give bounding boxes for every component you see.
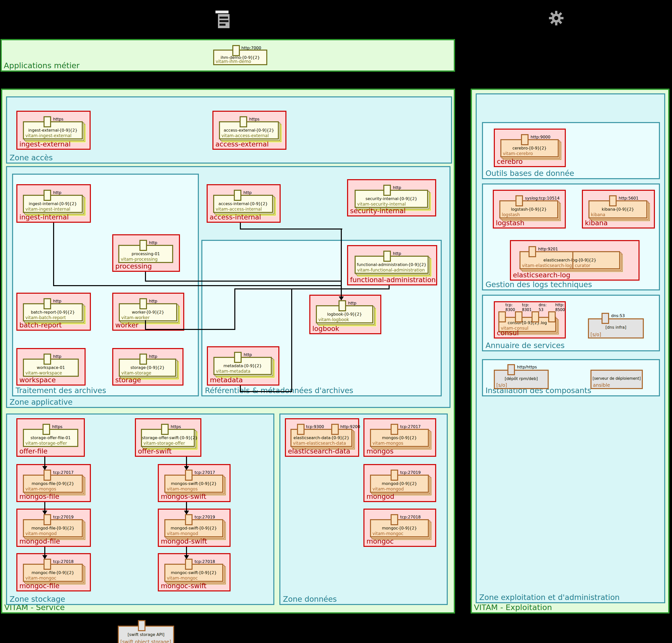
package-name: logstash [502,212,520,217]
package-name: vitam-batch-report [25,315,66,320]
component-label: mongoc-swift [161,582,206,590]
port-icon [140,240,147,251]
component-elasticsearch-log: elasticsearch-log-[0-9]{2} vitam-elastic… [510,240,639,281]
port-icon [44,559,51,570]
port-number: 8300 [505,307,515,312]
instance-name: mongod-file-[0-9]{2} [24,526,82,531]
deployment-diagram: Applications métier VITAM - Service Zone… [0,0,672,643]
port-label: http:9201 [538,247,558,252]
component-batch-report: batch-report-[0-9]{2} vitam-batch-report… [16,293,91,331]
notes-icon-line [219,20,229,22]
port-proto: tcp: [505,303,515,307]
node-card: mongos-[0-9]{2} vitam-mongos [370,429,429,447]
connector-worker [234,288,235,330]
component-label: offer-file [20,447,48,455]
package-name: vitam-mongos [25,486,56,492]
port-icon [44,298,51,309]
zone-label: Référentiels & métadonnées d'archives [205,386,353,395]
component-label: access-internal [209,213,261,221]
zone-label: VITAM - Exploitation [474,603,552,612]
connector-offer-swift-mongos [186,457,187,467]
component-label: workspace [20,376,56,384]
connector-worker [145,329,235,330]
instance-name: storage-offer-swift-[0-9]{2} [142,435,194,440]
connector-metadata [240,391,292,392]
node-card: mongos-swift-[0-9]{2} vitam-mongos [164,475,223,493]
component-mongod: mongod-[0-9]{2} vitam-mongod tcp:27019 m… [363,464,436,502]
port-icon [331,424,339,435]
component-label: kibana [585,219,608,227]
port-icon [529,246,536,257]
instance-name: mongos-file-[0-9]{2} [24,481,82,486]
component-label: consul [497,329,519,337]
port-label: dns:53 [611,313,625,318]
instance-name: mongoc-file-[0-9]{2} [24,570,82,575]
port-icon [161,424,169,435]
arrowhead-mongoc-file [42,555,47,559]
port-icon [44,514,51,525]
component-label: elasticsearch-data [288,447,350,455]
gear-icon [548,9,565,27]
port-icon [234,352,242,363]
instance-name: cerebro-[0-9]{2} [501,146,558,150]
component-label: worker [115,321,139,329]
instance-name: storage-offer-file-01 [24,435,77,440]
port-icon [140,298,147,309]
component-label: access-external [215,140,269,148]
instance-name: kibana-[0-9]{2} [589,207,646,212]
instance-name: access-internal-[0-9]{2} [214,201,272,206]
port-icon [138,620,145,631]
node-card: ingest-external-[0-9]{2} vitam-ingest-ex… [23,121,83,139]
zone-label: Zone données [283,595,337,604]
node-card: kibana-[0-9]{2} kibana [588,200,647,218]
component-access-external: access-external-[0-9]{2} vitam-access-ex… [213,111,286,150]
zone-label: Traitement des archives [16,386,106,395]
port-icon [515,311,523,323]
instance-name: workspace-01 [24,365,78,370]
port-label: http:9200 [340,424,360,429]
package-name: vitam-workspace [25,371,62,375]
component-logstash: logstash-[0-9]{2} logstash syslog:tcp:10… [493,190,566,229]
notes-icon-line [219,24,226,26]
package-name: vitam-mongoc [25,575,56,581]
component-offer-file: storage-offer-file-01 vitam-storage-offe… [16,418,85,457]
notes-icon-line [219,16,228,19]
port-icon [391,424,398,435]
port-label: http [53,299,61,304]
package-name: vitam-functional-administration [357,268,425,272]
connector-mongod-mongoc [44,547,45,556]
port-label: https [53,117,63,122]
component-ihm-demo: ihm-demo-[0-9]{2} vitam-ihm-demo http:70… [213,45,284,66]
port-icon [383,185,391,196]
port-number: 53 [539,307,547,312]
component-label: security-internal [350,207,406,215]
instance-name: consul-[0-9]{2}.log [499,320,555,325]
package-name: vitam-mongos [167,486,197,492]
port-label: tcp: 8301 [522,303,531,312]
connector-ingest-internal [53,285,342,286]
package-name: vitam-worker [121,315,150,320]
port-icon [601,313,609,324]
port-proto: http: [555,303,565,307]
package-name: vitam-storage-offer [25,441,67,446]
package-name: vitam-elasticsearch-log [522,263,572,268]
package-name: vitam-ingest-internal [25,207,70,212]
instance-name: ingest-internal-[0-9]{2} [24,201,82,206]
node-card: functional-administration-[0-9]{2} vitam… [355,256,429,274]
port-icon [44,190,51,201]
port-icon [240,116,247,128]
connector-functional-administration [234,288,389,289]
port-number: 8301 [522,307,531,312]
port-icon [44,116,51,128]
port-icon [232,45,240,56]
package-name: ansible [593,382,610,388]
instance-name: elasticsearch-log-[0-9]{2} [520,258,619,263]
instance-name: processing-01 [119,252,172,256]
component-mongoc-swift: mongoc-swift-[0-9]{2} vitam-mongoc tcp:2… [158,553,230,591]
component-label: mongod [367,493,394,500]
component-label: mongos-swift [161,493,206,500]
arrowhead-mongos-swift [184,466,189,470]
instance-name: mongod-[0-9]{2} [371,481,428,486]
port-icon [391,514,398,525]
component-dns-infra: [dns infra] [s/o] dns:53 [588,318,644,339]
